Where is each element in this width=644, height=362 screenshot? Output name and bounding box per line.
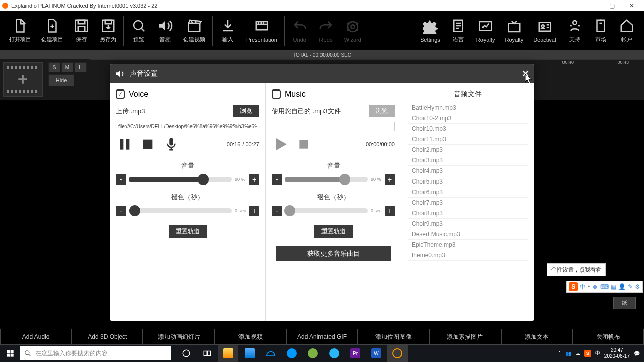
market-button[interactable]: 市场 <box>588 13 614 48</box>
voice-checkbox[interactable] <box>116 89 125 99</box>
start-button[interactable] <box>0 345 20 362</box>
list-item[interactable]: Choir3.mp3 <box>408 155 528 166</box>
tray-cloud-icon[interactable]: ☁ <box>575 351 580 356</box>
royalty2-button[interactable]: Royalty <box>500 13 528 48</box>
list-item[interactable]: Choir2.mp3 <box>408 145 528 155</box>
tray-ime-icon[interactable]: 中 <box>595 350 600 357</box>
music-stop-button[interactable] <box>295 135 313 153</box>
taskview-icon[interactable] <box>197 345 217 362</box>
add-bitmap-button[interactable]: 添加位图图像 <box>358 329 429 345</box>
music-vol-minus[interactable]: - <box>272 174 282 185</box>
maximize-button[interactable]: ▢ <box>602 1 622 11</box>
tray-up-icon[interactable]: ˄ <box>558 351 561 356</box>
tray-people-icon[interactable]: 👥 <box>565 351 571 356</box>
voice-vol-minus[interactable]: - <box>116 174 126 185</box>
wizard-button[interactable]: Wizard <box>339 13 366 48</box>
task-app[interactable]: Pr <box>345 345 365 362</box>
list-item[interactable]: Choir10.mp3 <box>408 124 528 134</box>
create-project-button[interactable]: 创建项目 <box>36 13 68 48</box>
input-button[interactable]: 输入 <box>215 13 241 48</box>
task-app[interactable] <box>218 345 238 362</box>
voice-pause-button[interactable] <box>116 135 134 153</box>
get-more-music-button[interactable]: 获取更多音乐曲目 <box>276 246 391 261</box>
saveas-button[interactable]: 另存为 <box>95 13 121 48</box>
task-app[interactable] <box>324 345 344 362</box>
list-item[interactable]: Choir6.mp3 <box>408 187 528 198</box>
add-sketch-button[interactable]: 添加素描图片 <box>429 329 501 345</box>
music-reset-button[interactable]: 重置轨道 <box>314 225 353 238</box>
add-text-button[interactable]: 添加文本 <box>501 329 573 345</box>
voice-stop-button[interactable] <box>139 135 157 153</box>
hide-button[interactable]: Hide <box>48 74 74 86</box>
voice-vol-slider[interactable] <box>129 177 232 182</box>
task-app[interactable] <box>282 345 302 362</box>
task-app[interactable] <box>239 345 260 362</box>
support-button[interactable]: 支持 <box>561 13 588 48</box>
music-vol-slider[interactable] <box>285 177 368 182</box>
settings-button[interactable]: Settings <box>415 13 445 48</box>
deactivate-button[interactable]: Deactivat <box>528 13 561 48</box>
createvideo-button[interactable]: 创建视频 <box>178 13 210 48</box>
task-app[interactable] <box>303 345 323 362</box>
list-item[interactable]: Choir10-2.mp3 <box>408 113 528 124</box>
size-l-button[interactable]: L <box>74 62 87 72</box>
size-m-button[interactable]: M <box>61 62 73 72</box>
task-app[interactable] <box>261 345 281 362</box>
account-button[interactable]: 帐户 <box>614 13 640 48</box>
add-slide-button[interactable]: 添加动画幻灯片 <box>143 329 214 345</box>
voice-mic-button[interactable] <box>162 135 180 153</box>
add-video-button[interactable]: 添加视频 <box>215 329 286 345</box>
list-item[interactable]: Desert Music.mp3 <box>408 229 528 240</box>
language-button[interactable]: 语言 <box>445 13 471 48</box>
task-app[interactable] <box>387 345 408 362</box>
tray-notifications-icon[interactable]: 💬 <box>634 351 640 356</box>
voice-fade-minus[interactable]: - <box>116 206 126 216</box>
voice-fade-slider[interactable] <box>129 208 232 213</box>
paper-button[interactable]: 纸 <box>613 297 636 309</box>
redo-button[interactable]: Redo <box>313 13 339 48</box>
voice-path-input[interactable] <box>116 122 259 131</box>
open-project-button[interactable]: 打开项目 <box>4 13 36 48</box>
music-fade-slider[interactable] <box>285 208 368 213</box>
taskbar-search[interactable]: 在这里输入你要搜索的内容 <box>20 346 171 360</box>
voice-vol-plus[interactable]: + <box>249 174 259 185</box>
list-item[interactable]: EpicTheme.mp3 <box>408 240 528 250</box>
close-canvas-button[interactable]: 关闭帆布 <box>573 329 644 345</box>
audio-button[interactable]: 音频 <box>152 13 178 48</box>
list-item[interactable]: Choir8.mp3 <box>408 208 528 219</box>
music-play-button[interactable] <box>272 135 290 153</box>
voice-fade-plus[interactable]: + <box>249 206 259 216</box>
ime-toolbar[interactable]: S 中• ☻⌨▦ 👤✎⚙ <box>566 281 643 293</box>
list-item[interactable]: Choir4.mp3 <box>408 166 528 176</box>
save-button[interactable]: 保存 <box>68 13 95 48</box>
list-item[interactable]: Choir7.mp3 <box>408 198 528 208</box>
music-fade-plus[interactable]: + <box>385 206 395 216</box>
presentation-button[interactable]: Presentation <box>241 13 282 48</box>
tray-clock[interactable]: 20:47 2020-06-17 <box>604 347 630 359</box>
preview-button[interactable]: 预览 <box>126 13 152 48</box>
minimize-button[interactable]: — <box>582 1 602 11</box>
music-checkbox[interactable] <box>272 89 281 99</box>
add-scene-button[interactable] <box>3 62 43 97</box>
add-audio-button[interactable]: Add Audio <box>0 329 71 345</box>
voice-reset-button[interactable]: 重置轨道 <box>169 225 207 238</box>
tray-sogou-icon[interactable]: S <box>584 350 591 357</box>
add-gif-button[interactable]: Add Animated GIF <box>286 329 358 345</box>
music-vol-plus[interactable]: + <box>385 174 395 185</box>
list-item[interactable]: BattleHymn.mp3 <box>408 103 528 113</box>
voice-browse-button[interactable]: 浏览 <box>233 105 259 117</box>
music-path-input[interactable] <box>272 122 395 131</box>
list-item[interactable]: Choir11.mp3 <box>408 134 528 145</box>
cortana-icon[interactable] <box>176 345 196 362</box>
royalty1-button[interactable]: Royalty <box>471 13 500 48</box>
music-browse-button[interactable]: 浏览 <box>369 105 395 117</box>
task-app[interactable]: W <box>366 345 386 362</box>
size-s-button[interactable]: S <box>48 62 60 72</box>
undo-button[interactable]: Undo <box>287 13 313 48</box>
list-item[interactable]: Choir9.mp3 <box>408 219 528 229</box>
add-3d-button[interactable]: Add 3D Object <box>71 329 143 345</box>
close-button[interactable]: ✕ <box>622 1 642 11</box>
music-fade-minus[interactable]: - <box>272 206 282 216</box>
list-item[interactable]: theme0.mp3 <box>408 250 528 261</box>
list-item[interactable]: Choir5.mp3 <box>408 176 528 187</box>
